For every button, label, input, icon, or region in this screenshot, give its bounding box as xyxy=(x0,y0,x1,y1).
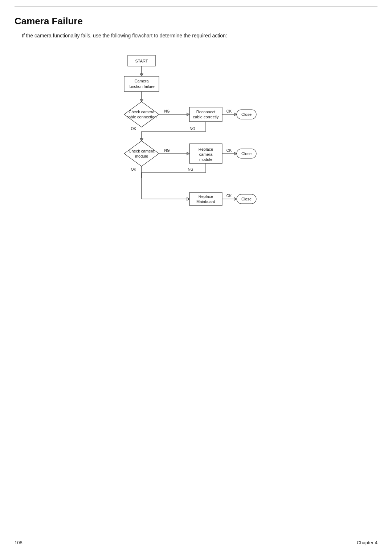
close3-label: Close xyxy=(241,197,252,201)
replace-camera-label-3: module xyxy=(199,157,212,162)
check-module-diamond xyxy=(124,141,159,166)
description: If the camera functionality fails, use t… xyxy=(22,33,377,38)
page-number: 108 xyxy=(15,540,23,545)
replace-mainboard-label-1: Replace xyxy=(199,194,213,199)
check-module-label-1: Check camera xyxy=(129,149,155,153)
bottom-bar: 108 Chapter 4 xyxy=(0,536,392,549)
start-label: START xyxy=(135,59,148,63)
check-cable-label-2: cable connection xyxy=(127,115,157,119)
ng2-bottom-label: NG xyxy=(188,167,193,171)
reconnect-label-1: Reconnect xyxy=(196,110,216,114)
ng1-bottom-label: NG xyxy=(190,127,195,131)
ok-left-label: OK xyxy=(131,127,136,131)
top-border xyxy=(15,7,377,7)
ok3-label: OK xyxy=(226,194,232,198)
replace-mainboard-label-2: Mainboard xyxy=(196,199,215,204)
close1-label: Close xyxy=(241,112,252,117)
check-cable-label-1: Check camera xyxy=(129,110,155,114)
flowchart-diagram: text { font-family: Arial, sans-serif; f… xyxy=(69,47,323,236)
reconnect-box xyxy=(189,107,222,122)
ok2-label: OK xyxy=(226,149,232,152)
flowchart-container: text { font-family: Arial, sans-serif; f… xyxy=(69,47,323,236)
page-title: Camera Failure xyxy=(15,16,377,27)
ng1-label: NG xyxy=(164,109,170,113)
replace-camera-label-2: camera xyxy=(199,152,213,156)
camera-failure-label-2: function failure xyxy=(128,84,155,89)
chapter-label: Chapter 4 xyxy=(357,540,377,545)
replace-camera-label-1: Replace xyxy=(199,147,213,151)
check-cable-diamond xyxy=(124,102,159,127)
ok2-left-label: OK xyxy=(131,167,136,171)
ng2-label: NG xyxy=(164,149,170,152)
check-module-label-2: module xyxy=(135,154,148,158)
camera-failure-label-1: Camera xyxy=(134,79,149,83)
ok1-label: OK xyxy=(226,109,232,113)
close2-label: Close xyxy=(241,151,252,156)
reconnect-label-2: cable correctly xyxy=(193,115,219,119)
